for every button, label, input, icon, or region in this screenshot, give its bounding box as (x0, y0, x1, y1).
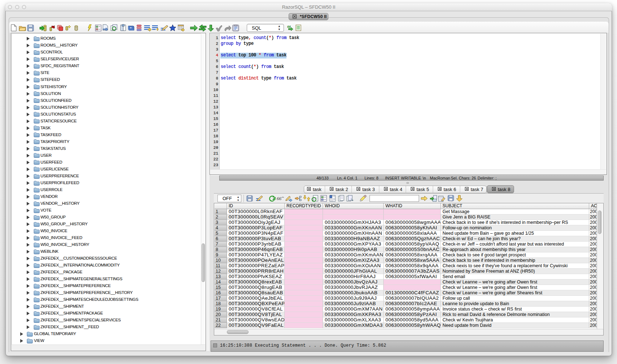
svg-text:66: 66 (287, 25, 291, 29)
svg-text:...: ... (451, 200, 453, 202)
svg-text:66: 66 (277, 196, 282, 201)
